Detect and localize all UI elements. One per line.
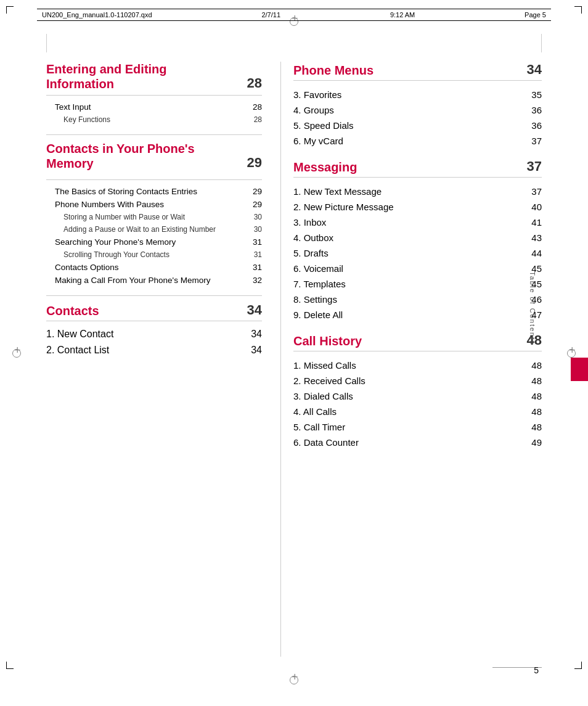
delete-all-label: 9. Delete All bbox=[293, 310, 526, 320]
reg-mark-bottom bbox=[290, 676, 298, 684]
toc-settings: 8. Settings 46 bbox=[293, 292, 542, 307]
inbox-num: 41 bbox=[526, 217, 542, 228]
toc-scrolling-contacts: Scrolling Through Your Contacts 31 bbox=[46, 248, 262, 261]
vertical-label-container: Table of Contents bbox=[557, 247, 588, 370]
speed-dials-num: 36 bbox=[526, 120, 542, 131]
key-functions-label: Key Functions bbox=[63, 115, 247, 124]
toc-contact-list: 2. Contact List 34 bbox=[46, 342, 262, 358]
toc-voicemail: 6. Voicemail 45 bbox=[293, 261, 542, 276]
section-contacts-memory: Contacts in Your Phone'sMemory 29 bbox=[46, 141, 262, 180]
received-calls-num: 48 bbox=[526, 376, 542, 386]
new-text-num: 37 bbox=[526, 186, 542, 197]
new-picture-label: 2. New Picture Message bbox=[293, 202, 526, 212]
all-calls-num: 48 bbox=[526, 406, 542, 417]
new-contact-num: 34 bbox=[247, 329, 262, 340]
storing-number-pause-label: Storing a Number with Pause or Wait bbox=[63, 213, 247, 221]
divider-1 bbox=[46, 134, 262, 135]
toc-adding-pause: Adding a Pause or Wait to an Existing Nu… bbox=[46, 223, 262, 236]
toc-text-input: Text Input 28 bbox=[46, 101, 262, 113]
new-contact-label: 1. New Contact bbox=[46, 329, 247, 340]
toc-new-picture: 2. New Picture Message 40 bbox=[293, 199, 542, 215]
outbox-num: 43 bbox=[526, 232, 542, 243]
toc-key-functions: Key Functions 28 bbox=[46, 113, 262, 126]
top-line-right bbox=[541, 34, 542, 52]
phone-menus-title: Phone Menus bbox=[293, 64, 374, 78]
adding-pause-num: 30 bbox=[247, 225, 262, 234]
data-counter-num: 49 bbox=[526, 437, 542, 448]
toc-speed-dials: 5. Speed Dials 36 bbox=[293, 118, 542, 133]
toc-call-timer: 5. Call Timer 48 bbox=[293, 419, 542, 435]
vertical-label: Table of Contents bbox=[529, 271, 536, 345]
groups-num: 36 bbox=[526, 105, 542, 115]
toc-inbox: 3. Inbox 41 bbox=[293, 215, 542, 230]
messaging-title: Messaging bbox=[293, 160, 357, 174]
new-picture-num: 40 bbox=[526, 202, 542, 212]
inbox-label: 3. Inbox bbox=[293, 217, 526, 228]
entering-editing-num: 28 bbox=[247, 75, 262, 91]
contacts-memory-title: Contacts in Your Phone'sMemory bbox=[46, 141, 195, 171]
searching-memory-label: Searching Your Phone's Memory bbox=[55, 237, 247, 247]
missed-calls-num: 48 bbox=[526, 360, 542, 371]
favorites-label: 3. Favorites bbox=[293, 89, 526, 100]
toc-favorites: 3. Favorites 35 bbox=[293, 87, 542, 102]
contact-list-num: 34 bbox=[247, 345, 262, 356]
toc-groups: 4. Groups 36 bbox=[293, 102, 542, 118]
basics-storing-label: The Basics of Storing Contacts Entries bbox=[55, 187, 247, 196]
phone-menus-header: Phone Menus 34 bbox=[293, 62, 542, 81]
phone-numbers-pauses-num: 29 bbox=[247, 200, 262, 209]
templates-label: 7. Templates bbox=[293, 279, 526, 289]
toc-basics-storing: The Basics of Storing Contacts Entries 2… bbox=[46, 185, 262, 198]
drafts-num: 44 bbox=[526, 248, 542, 258]
storing-number-pause-num: 30 bbox=[247, 213, 262, 221]
corner-mark-tr bbox=[574, 6, 582, 14]
new-text-label: 1. New Text Message bbox=[293, 186, 526, 197]
header-filename: UN200_Eng_manual1.0-110207.qxd bbox=[42, 11, 152, 18]
groups-label: 4. Groups bbox=[293, 105, 526, 115]
toc-missed-calls: 1. Missed Calls 48 bbox=[293, 358, 542, 373]
left-column: Entering and EditingInformation 28 Text … bbox=[46, 62, 280, 657]
my-vcard-label: 6. My vCard bbox=[293, 136, 526, 146]
favorites-num: 35 bbox=[526, 89, 542, 100]
searching-memory-num: 31 bbox=[247, 237, 262, 247]
text-input-num: 28 bbox=[247, 102, 262, 112]
section-contacts: Contacts 34 1. New Contact 34 2. Contact… bbox=[46, 302, 262, 358]
header-time: 9:12 AM bbox=[390, 11, 415, 18]
toc-my-vcard: 6. My vCard 37 bbox=[293, 133, 542, 149]
divider-2 bbox=[46, 295, 262, 296]
bookmark-tab bbox=[571, 358, 588, 381]
toc-dialed-calls: 3. Dialed Calls 48 bbox=[293, 388, 542, 404]
toc-phone-numbers-pauses: Phone Numbers With Pauses 29 bbox=[46, 198, 262, 211]
making-call-num: 32 bbox=[247, 276, 262, 285]
contacts-memory-num: 29 bbox=[247, 155, 262, 171]
call-history-title: Call History bbox=[293, 334, 362, 348]
contact-list-label: 2. Contact List bbox=[46, 345, 247, 356]
toc-received-calls: 2. Received Calls 48 bbox=[293, 373, 542, 388]
contacts-section-title: Contacts bbox=[46, 303, 99, 318]
outbox-label: 4. Outbox bbox=[293, 232, 526, 243]
voicemail-label: 6. Voicemail bbox=[293, 263, 526, 274]
toc-templates: 7. Templates 45 bbox=[293, 276, 542, 292]
scrolling-contacts-label: Scrolling Through Your Contacts bbox=[63, 250, 247, 259]
phone-numbers-pauses-label: Phone Numbers With Pauses bbox=[55, 200, 247, 209]
reg-mark-left bbox=[12, 349, 21, 358]
adding-pause-label: Adding a Pause or Wait to an Existing Nu… bbox=[63, 225, 247, 234]
call-timer-num: 48 bbox=[526, 422, 542, 432]
toc-contacts-options: Contacts Options 31 bbox=[46, 261, 262, 274]
received-calls-label: 2. Received Calls bbox=[293, 376, 526, 386]
toc-all-calls: 4. All Calls 48 bbox=[293, 404, 542, 419]
toc-drafts: 5. Drafts 44 bbox=[293, 245, 542, 261]
basics-storing-num: 29 bbox=[247, 187, 262, 196]
main-content: Entering and EditingInformation 28 Text … bbox=[46, 62, 542, 657]
toc-new-contact: 1. New Contact 34 bbox=[46, 326, 262, 342]
drafts-label: 5. Drafts bbox=[293, 248, 526, 258]
data-counter-label: 6. Data Counter bbox=[293, 437, 526, 448]
missed-calls-label: 1. Missed Calls bbox=[293, 360, 526, 371]
call-timer-label: 5. Call Timer bbox=[293, 422, 526, 432]
messaging-num: 37 bbox=[527, 158, 542, 174]
phone-menus-num: 34 bbox=[527, 62, 542, 78]
header-bar: UN200_Eng_manual1.0-110207.qxd 2/7/11 9:… bbox=[37, 9, 551, 21]
call-history-header: Call History 48 bbox=[293, 332, 542, 351]
scrolling-contacts-num: 31 bbox=[247, 250, 262, 259]
toc-data-counter: 6. Data Counter 49 bbox=[293, 435, 542, 450]
key-functions-num: 28 bbox=[247, 115, 262, 124]
